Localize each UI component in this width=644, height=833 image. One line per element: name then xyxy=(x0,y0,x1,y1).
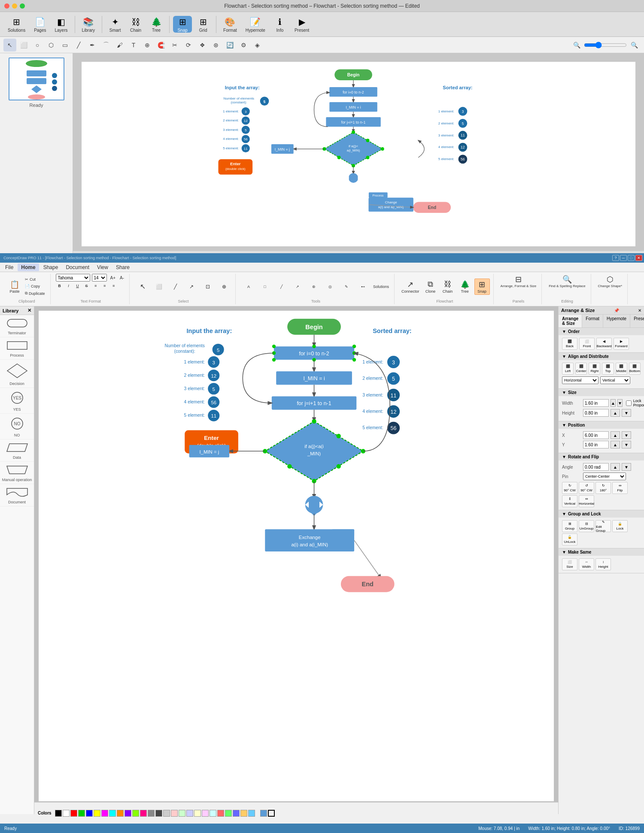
tool-b-btn[interactable]: □ xyxy=(257,284,273,290)
font-select[interactable]: Tahoma xyxy=(56,274,90,282)
align-right-btn[interactable]: ⬛ Right xyxy=(589,363,600,375)
zoom-out[interactable]: 🔍 xyxy=(570,39,583,51)
library-yes[interactable]: YES YES xyxy=(0,388,34,414)
edit-group-btn[interactable]: ✎ Edit Group xyxy=(595,520,611,532)
vertical-select[interactable]: Vertical xyxy=(600,376,630,384)
toolbar-snap[interactable]: ⊞ Snap xyxy=(173,16,192,33)
align-center-btn[interactable]: ≡ xyxy=(101,283,109,289)
horizontal-select[interactable]: Horizontal xyxy=(562,376,598,384)
restore-win-button[interactable]: □ xyxy=(628,255,635,261)
tool10[interactable]: ❖ xyxy=(196,39,209,51)
color-lightgreen[interactable] xyxy=(179,810,185,817)
library-process[interactable]: Process xyxy=(0,337,34,360)
curve-tool[interactable]: ⌒ xyxy=(100,39,112,51)
maximize-button[interactable] xyxy=(20,3,25,9)
toolbar-present[interactable]: ▶ Present xyxy=(291,16,313,33)
align-right-btn[interactable]: ≡ xyxy=(110,283,118,289)
tool-a-btn[interactable]: A xyxy=(241,284,256,290)
right-panel-pin[interactable]: 📌 xyxy=(614,308,619,313)
crosshair-tool[interactable]: ⊕ xyxy=(141,39,154,51)
height-up-btn[interactable]: ▲ xyxy=(611,409,620,417)
color-gray[interactable] xyxy=(148,810,155,817)
position-header[interactable]: ▼ Position xyxy=(559,421,644,429)
library-decision[interactable]: Decision xyxy=(0,360,34,388)
ribbon-arrange-btn[interactable]: ⊟ Arrange, Format & Size xyxy=(499,274,538,289)
menu-file[interactable]: File xyxy=(2,264,17,271)
toolbar-library[interactable]: 📚 Library xyxy=(79,16,99,33)
flip-btn[interactable]: ⇔ Flip xyxy=(612,482,628,494)
x-input[interactable] xyxy=(583,431,609,439)
toolbar-smart[interactable]: ✦ Smart xyxy=(106,16,125,33)
order-front-btn[interactable]: ⬜ Front xyxy=(579,338,595,350)
select5-btn[interactable]: ⊡ xyxy=(200,283,216,291)
y-down-btn[interactable]: ▼ xyxy=(622,441,631,448)
color-black[interactable] xyxy=(55,810,62,817)
angle-down-btn[interactable]: ▼ xyxy=(622,463,631,471)
library-document[interactable]: Document xyxy=(0,484,34,506)
tool14[interactable]: ◈ xyxy=(251,39,264,51)
align-center-btn[interactable]: ⬛ Center xyxy=(575,363,587,375)
width-up-btn[interactable]: ▲ xyxy=(611,399,616,407)
help-button[interactable]: ? xyxy=(612,255,619,261)
color-yellow[interactable] xyxy=(94,810,100,817)
close-win-button[interactable]: ✕ xyxy=(635,255,642,261)
solutions-ribbon-btn[interactable]: Solutions xyxy=(371,284,391,290)
color-tan[interactable] xyxy=(240,810,247,817)
color-salmon[interactable] xyxy=(217,810,224,817)
color-lightcyan[interactable] xyxy=(210,810,216,817)
vertical-flip-btn[interactable]: ⇕ Vertical xyxy=(562,495,577,507)
align-middle-btn[interactable]: ⬛ Middle xyxy=(616,363,627,375)
current-fill-color[interactable] xyxy=(260,810,267,817)
align-left-btn[interactable]: ≡ xyxy=(92,283,100,289)
tool-h-btn[interactable]: ⊷ xyxy=(355,284,371,290)
rotate-180-btn[interactable]: ↻ 180° xyxy=(595,482,611,494)
tool13[interactable]: ⚙ xyxy=(237,39,250,51)
toolbar-chain[interactable]: ⛓ Chain xyxy=(126,16,145,33)
make-same-header[interactable]: ▼ Make Same xyxy=(559,548,644,556)
color-pink[interactable] xyxy=(140,810,147,817)
color-purple[interactable] xyxy=(125,810,131,817)
tool9[interactable]: ⟳ xyxy=(182,39,195,51)
x-up-btn[interactable]: ▲ xyxy=(611,431,620,439)
library-toggle[interactable]: ✕ xyxy=(27,308,31,313)
toolbar-pages[interactable]: 📄 Pages xyxy=(30,16,49,33)
select-tool[interactable]: ↖ xyxy=(3,39,16,51)
height-down-btn[interactable]: ▼ xyxy=(622,409,631,417)
tool11[interactable]: ⊛ xyxy=(210,39,222,51)
menu-view[interactable]: View xyxy=(94,264,112,271)
align-left-btn[interactable]: ⬛ Left xyxy=(562,363,574,375)
ribbon-clone-btn[interactable]: ⧉ Clone xyxy=(423,279,438,294)
minimize-win-button[interactable]: ─ xyxy=(620,255,627,261)
color-mint[interactable] xyxy=(225,810,232,817)
angle-input[interactable] xyxy=(583,463,609,471)
select-btn[interactable]: ↖ xyxy=(135,282,150,291)
height-input[interactable] xyxy=(583,409,609,417)
color-periwinkle[interactable] xyxy=(233,810,240,817)
y-up-btn[interactable]: ▲ xyxy=(611,441,620,448)
select4-btn[interactable]: ↗ xyxy=(184,283,199,291)
toolbar-tree[interactable]: 🌲 Tree xyxy=(147,16,166,33)
select6-btn[interactable]: ⊕ xyxy=(216,283,232,291)
close-button[interactable] xyxy=(4,3,9,9)
bold-btn[interactable]: B xyxy=(56,283,64,289)
rotate-90ccw-btn[interactable]: ↺ 90° CW xyxy=(579,482,594,494)
rotate-90cw-btn[interactable]: ↻ 90° CW xyxy=(562,482,577,494)
color-green[interactable] xyxy=(78,810,85,817)
tool-d-btn[interactable]: ↗ xyxy=(290,284,305,290)
ribbon-paste-btn[interactable]: 📋 Paste xyxy=(7,279,22,294)
tab-arrange-size[interactable]: Arrange & Size xyxy=(559,315,582,327)
shape-tool[interactable]: ⬡ xyxy=(45,39,58,51)
library-terminator[interactable]: Terminator xyxy=(0,315,34,337)
same-width-btn[interactable]: ↔ Width xyxy=(579,558,594,570)
zoom-in[interactable]: 🔍 xyxy=(628,39,641,51)
color-darkgray[interactable] xyxy=(155,810,162,817)
color-white[interactable] xyxy=(63,810,70,817)
width-input[interactable] xyxy=(583,399,609,407)
ungroup-btn[interactable]: ⊟ UnGroup xyxy=(579,520,594,532)
underline-btn[interactable]: U xyxy=(74,283,82,289)
ribbon-copy-btn[interactable]: 📄 Copy xyxy=(23,283,47,289)
toolbar-hypernote[interactable]: 📝 Hypernote xyxy=(242,16,269,33)
rect-tool[interactable]: ▭ xyxy=(58,39,71,51)
tab-hypernote[interactable]: Hypernote xyxy=(603,315,630,327)
strikethrough-btn[interactable]: S xyxy=(83,283,91,289)
